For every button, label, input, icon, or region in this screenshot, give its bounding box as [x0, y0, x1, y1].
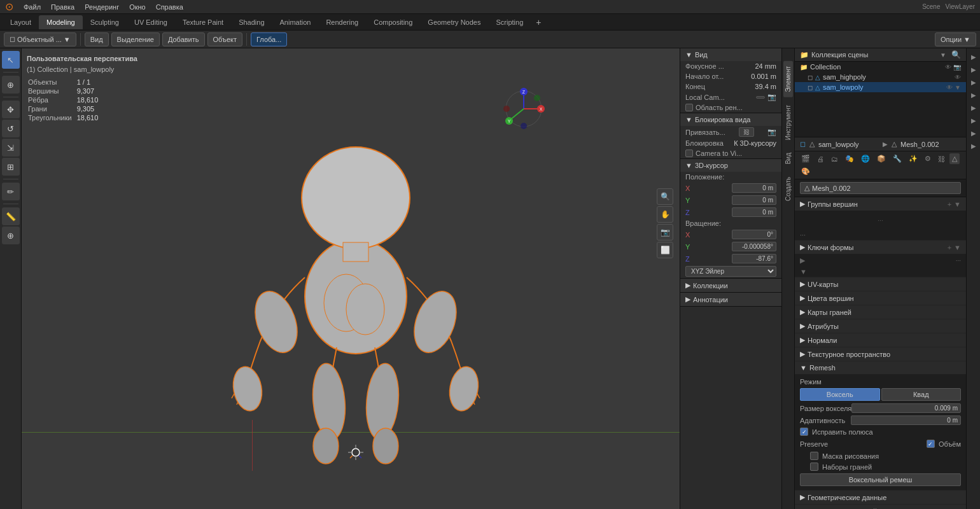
- render-region-checkbox[interactable]: [685, 104, 693, 111]
- rot-x-input[interactable]: [732, 230, 776, 239]
- instrument-tab[interactable]: Инструмент: [783, 100, 793, 145]
- prop-tab-data[interactable]: △: [949, 153, 960, 164]
- transform-tool[interactable]: ⊞: [2, 158, 20, 176]
- tab-animation[interactable]: Animation: [272, 15, 319, 29]
- voxel-size-value[interactable]: 0.009 m: [851, 403, 961, 413]
- clip-end-value[interactable]: 39.4 m: [755, 83, 776, 90]
- local-cam-toggle[interactable]: [756, 96, 765, 99]
- tab-shading[interactable]: Shading: [231, 15, 272, 29]
- cursor-y-input[interactable]: [732, 195, 776, 205]
- adaptivity-value[interactable]: 0 m: [851, 415, 961, 425]
- attributes-header[interactable]: ▶ Атрибуты: [795, 319, 966, 333]
- voxel-remesh-button[interactable]: Воксельный ремеш: [800, 473, 961, 486]
- object-name-display[interactable]: sam_lowpoly: [818, 141, 879, 148]
- cursor-section-header[interactable]: ▼ 3D-курсор: [680, 159, 781, 172]
- tab-compositing[interactable]: Compositing: [366, 15, 420, 29]
- far-right-btn-3[interactable]: ▶: [968, 76, 979, 88]
- menu-render[interactable]: Рендеринг: [80, 0, 124, 13]
- object-menu[interactable]: Объект: [207, 32, 242, 46]
- element-tab[interactable]: Элемент: [783, 61, 793, 97]
- vg-add-btn[interactable]: +: [948, 200, 951, 208]
- far-right-btn-1[interactable]: ▶: [968, 51, 979, 62]
- cursor-tool[interactable]: ⊕: [2, 76, 20, 94]
- shape-keys-header[interactable]: ▶ Ключи формы + ▼: [795, 241, 966, 254]
- add-menu[interactable]: Добавить: [162, 32, 205, 46]
- annotations-header[interactable]: ▶ Аннотации: [680, 293, 781, 306]
- view-menu[interactable]: Вид: [85, 32, 109, 46]
- render-preview-btn[interactable]: ⬜: [657, 242, 673, 258]
- tab-modeling[interactable]: Modeling: [39, 15, 83, 29]
- sk-menu-btn[interactable]: ▼: [954, 244, 961, 251]
- camera-view-btn[interactable]: 📷: [657, 224, 673, 241]
- lock-view-header[interactable]: ▼ Блокировка вида: [680, 113, 781, 126]
- scale-tool[interactable]: ⇲: [2, 139, 20, 157]
- create-tab[interactable]: Создать: [783, 172, 793, 206]
- sk-extra-btn[interactable]: ▼: [800, 268, 807, 275]
- bind-camera[interactable]: 📷: [767, 128, 776, 136]
- move-tool[interactable]: ✥: [2, 101, 20, 118]
- transform-global[interactable]: Глоба...: [251, 32, 287, 46]
- prop-tab-physics[interactable]: ⚙: [922, 153, 934, 164]
- quad-mode-btn[interactable]: Квад: [881, 388, 962, 401]
- paint-mask-checkbox[interactable]: [810, 452, 818, 460]
- prop-tab-modifier[interactable]: 🔧: [890, 153, 904, 164]
- rot-y-input[interactable]: [732, 242, 776, 251]
- lowpoly-visible-btn[interactable]: 👁: [946, 84, 953, 91]
- far-right-btn-8[interactable]: ▶: [968, 140, 979, 151]
- prop-tab-world[interactable]: 🌐: [858, 153, 872, 164]
- annotate-tool[interactable]: ✏: [2, 183, 20, 200]
- vertex-colors-header[interactable]: ▶ Цвета вершин: [795, 291, 966, 305]
- highpoly-visible-btn[interactable]: 👁: [955, 74, 961, 81]
- menu-help[interactable]: Справка: [151, 0, 188, 13]
- normals-header[interactable]: ▶ Нормали: [795, 333, 966, 347]
- options-button[interactable]: Опции ▼: [935, 32, 976, 46]
- view-tab[interactable]: Вид: [783, 148, 793, 169]
- prop-tab-constraints[interactable]: ⛓: [935, 154, 948, 164]
- camera-to-vi-checkbox[interactable]: [685, 150, 693, 157]
- preserve-volume-checkbox[interactable]: [927, 440, 935, 448]
- prop-tab-render[interactable]: 🎬: [799, 153, 813, 164]
- add-workspace-tab[interactable]: +: [531, 17, 546, 27]
- far-right-btn-4[interactable]: ▶: [968, 89, 979, 101]
- view-section-header[interactable]: ▼ Вид: [680, 48, 781, 61]
- remesh-header[interactable]: ▼ Remesh: [795, 361, 966, 374]
- outliner-search-icon[interactable]: 🔍: [951, 50, 961, 59]
- viewport-3d[interactable]: Пользовательская перспектива (1) Collect…: [22, 48, 680, 509]
- prop-tab-object[interactable]: 📦: [874, 153, 888, 164]
- mode-selector[interactable]: ◻ Объектный ... ▼: [4, 32, 76, 46]
- prop-tab-scene[interactable]: 🎭: [843, 153, 857, 164]
- mesh-name-display[interactable]: Mesh_0.002: [900, 141, 961, 148]
- collection-render-btn[interactable]: 📷: [953, 64, 961, 71]
- sk-play-icon[interactable]: ▶: [800, 256, 805, 265]
- sk-add-btn[interactable]: +: [948, 244, 951, 251]
- cursor-z-input[interactable]: [732, 207, 776, 217]
- face-sets-checkbox[interactable]: [810, 463, 818, 471]
- tab-geometry-nodes[interactable]: Geometry Nodes: [420, 15, 488, 29]
- far-right-btn-5[interactable]: ▶: [968, 102, 979, 113]
- link-icon-header[interactable]: ▶: [883, 141, 888, 148]
- measure-tool[interactable]: 📏: [2, 207, 20, 225]
- rotation-mode-select[interactable]: XYZ Эйлер: [685, 266, 776, 277]
- far-right-btn-2[interactable]: ▶: [968, 64, 979, 75]
- uv-maps-header[interactable]: ▶ UV-карты: [795, 277, 966, 291]
- collection-visible-btn[interactable]: 👁: [945, 64, 951, 71]
- lowpoly-filter-btn[interactable]: ▼: [955, 84, 961, 91]
- add-tool[interactable]: ⊕: [2, 227, 20, 244]
- filter-icon[interactable]: ▼: [940, 52, 946, 59]
- far-right-btn-6[interactable]: ▶: [968, 115, 979, 126]
- custom-props-header[interactable]: ▶ Настраиваемые свойства: [795, 505, 966, 509]
- fix-poles-checkbox[interactable]: [800, 428, 808, 436]
- vg-menu-btn[interactable]: ▼: [954, 200, 961, 208]
- collections-header[interactable]: ▶ Коллекции: [680, 279, 781, 292]
- tab-scripting[interactable]: Scripting: [488, 15, 531, 29]
- zoom-extents-btn[interactable]: 🔍: [657, 188, 673, 205]
- tab-sculpting[interactable]: Sculpting: [83, 15, 127, 29]
- rot-z-input[interactable]: [732, 254, 776, 263]
- clip-start-value[interactable]: 0.001 m: [751, 73, 776, 80]
- tab-rendering[interactable]: Rendering: [318, 15, 366, 29]
- hand-tool-btn[interactable]: ✋: [657, 206, 673, 223]
- prop-tab-view-layer[interactable]: 🗂: [829, 154, 841, 164]
- geometry-data-header[interactable]: ▶ Геометрические данные: [795, 491, 966, 504]
- menu-window[interactable]: Окно: [124, 0, 151, 13]
- menu-file[interactable]: Файл: [18, 0, 46, 13]
